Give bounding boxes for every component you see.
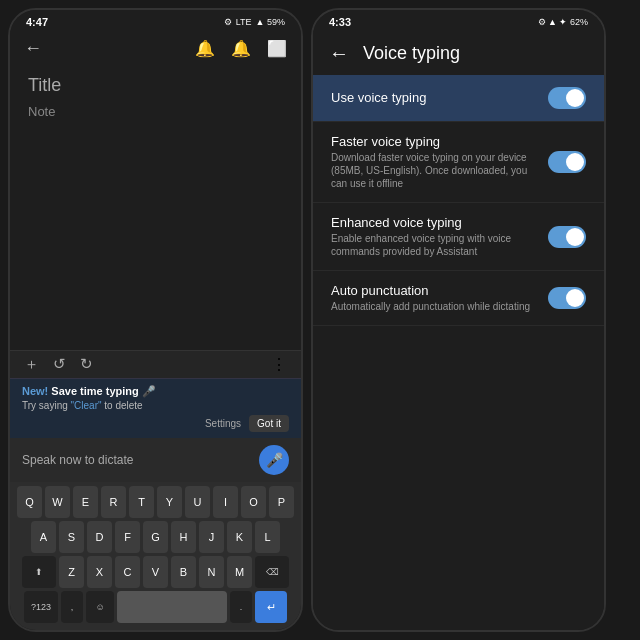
toggle-faster-voice-typing[interactable] (548, 151, 586, 173)
key-p[interactable]: P (269, 486, 294, 518)
status-bar-right: 4:33 ⚙ ▲ ✦ 62% (313, 10, 604, 32)
key-emoji[interactable]: ☺ (86, 591, 114, 623)
key-shift[interactable]: ⬆ (22, 556, 56, 588)
key-v[interactable]: V (143, 556, 168, 588)
key-period[interactable]: . (230, 591, 252, 623)
setting-row-faster: Faster voice typing Download faster voic… (331, 134, 586, 190)
toggle-use-voice-typing[interactable] (548, 87, 586, 109)
setting-row-enhanced: Enhanced voice typing Enable enhanced vo… (331, 215, 586, 258)
setting-use-voice-typing: Use voice typing (313, 75, 604, 122)
note-area[interactable]: Title Note (10, 65, 301, 350)
voice-banner-sub: Try saying "Clear" to delete (22, 400, 289, 411)
time-right: 4:33 (329, 16, 351, 28)
voice-banner: New! Save time typing 🎤 Try saying "Clea… (10, 378, 301, 438)
note-toolbar: ← 🔔 🔔 ⬜ (10, 32, 301, 65)
settings-button[interactable]: Settings (205, 418, 241, 429)
key-enter[interactable]: ↵ (255, 591, 287, 623)
key-n[interactable]: N (199, 556, 224, 588)
key-e[interactable]: E (73, 486, 98, 518)
key-space[interactable] (117, 591, 227, 623)
key-x[interactable]: X (87, 556, 112, 588)
keyboard-row-3: ⬆ Z X C V B N M ⌫ (12, 556, 299, 588)
setting-label-use: Use voice typing (331, 90, 426, 105)
toolbar-actions: 🔔 🔔 ⬜ (195, 39, 287, 58)
key-comma[interactable]: , (61, 591, 83, 623)
redo-icon[interactable]: ↻ (80, 355, 93, 374)
add-icon[interactable]: ＋ (24, 355, 39, 374)
back-button-right[interactable]: ← (329, 42, 349, 65)
edit-toolbar: ＋ ↺ ↻ ⋮ (10, 350, 301, 378)
key-f[interactable]: F (115, 521, 140, 553)
key-l[interactable]: L (255, 521, 280, 553)
key-a[interactable]: A (31, 521, 56, 553)
gotit-button[interactable]: Got it (249, 415, 289, 432)
setting-row-use: Use voice typing (331, 87, 586, 109)
back-button[interactable]: ← (24, 38, 42, 59)
mic-button[interactable]: 🎤 (259, 445, 289, 475)
keyboard-row-bottom: ?123 , ☺ . ↵ (12, 591, 299, 623)
lte-icon: ⚙ (224, 17, 232, 27)
bookmark-icon[interactable]: 🔔 (195, 39, 215, 58)
setting-enhanced-voice-typing: Enhanced voice typing Enable enhanced vo… (313, 203, 604, 271)
rest-area (313, 326, 604, 630)
toggle-enhanced-voice-typing[interactable] (548, 226, 586, 248)
undo-icon[interactable]: ↺ (53, 355, 66, 374)
setting-text-auto: Auto punctuation Automatically add punct… (331, 283, 530, 313)
right-phone: 4:33 ⚙ ▲ ✦ 62% ← Voice typing Use voice … (311, 8, 606, 632)
setting-text-faster: Faster voice typing Download faster voic… (331, 134, 541, 190)
page-header: ← Voice typing (313, 32, 604, 75)
key-q[interactable]: Q (17, 486, 42, 518)
reminder-icon[interactable]: 🔔 (231, 39, 251, 58)
dictate-bar: Speak now to dictate 🎤 (10, 438, 301, 482)
key-num[interactable]: ?123 (24, 591, 58, 623)
toggle-knob-use (566, 89, 584, 107)
save-label: Save time typing 🎤 (51, 385, 155, 397)
toggle-knob-faster (566, 153, 584, 171)
more-icon[interactable]: ⋮ (271, 355, 287, 374)
setting-desc-enhanced: Enable enhanced voice typing with voice … (331, 232, 541, 258)
setting-row-auto: Auto punctuation Automatically add punct… (331, 283, 586, 313)
edit-icons: ＋ ↺ ↻ (24, 355, 93, 374)
key-t[interactable]: T (129, 486, 154, 518)
page-title: Voice typing (363, 43, 460, 64)
wifi-icon: ⚙ ▲ ✦ 62% (538, 17, 588, 27)
toggle-auto-punctuation[interactable] (548, 287, 586, 309)
key-i[interactable]: I (213, 486, 238, 518)
key-g[interactable]: G (143, 521, 168, 553)
setting-label-auto: Auto punctuation (331, 283, 530, 298)
clear-word: "Clear" (71, 400, 102, 411)
key-r[interactable]: R (101, 486, 126, 518)
key-w[interactable]: W (45, 486, 70, 518)
keyboard-row-1: Q W E R T Y U I O P (12, 486, 299, 518)
key-c[interactable]: C (115, 556, 140, 588)
new-label: New! (22, 385, 48, 397)
status-icons-right: ⚙ ▲ ✦ 62% (538, 17, 588, 27)
key-y[interactable]: Y (157, 486, 182, 518)
key-o[interactable]: O (241, 486, 266, 518)
toggle-knob-enhanced (566, 228, 584, 246)
note-title[interactable]: Title (28, 75, 283, 96)
battery-icon: ▲ 59% (256, 17, 285, 27)
key-s[interactable]: S (59, 521, 84, 553)
key-m[interactable]: M (227, 556, 252, 588)
time-left: 4:47 (26, 16, 48, 28)
note-body[interactable]: Note (28, 104, 283, 119)
key-b[interactable]: B (171, 556, 196, 588)
key-h[interactable]: H (171, 521, 196, 553)
key-z[interactable]: Z (59, 556, 84, 588)
signal-icon: LTE (236, 17, 252, 27)
key-k[interactable]: K (227, 521, 252, 553)
key-u[interactable]: U (185, 486, 210, 518)
setting-text-enhanced: Enhanced voice typing Enable enhanced vo… (331, 215, 541, 258)
setting-label-enhanced: Enhanced voice typing (331, 215, 541, 230)
keyboard-row-2: A S D F G H J K L (12, 521, 299, 553)
key-j[interactable]: J (199, 521, 224, 553)
key-backspace[interactable]: ⌫ (255, 556, 289, 588)
keyboard: Q W E R T Y U I O P A S D F G H J K L ⬆ … (10, 482, 301, 630)
status-bar-left: 4:47 ⚙ LTE ▲ 59% (10, 10, 301, 32)
grid-icon[interactable]: ⬜ (267, 39, 287, 58)
setting-faster-voice-typing: Faster voice typing Download faster voic… (313, 122, 604, 203)
setting-auto-punctuation: Auto punctuation Automatically add punct… (313, 271, 604, 326)
setting-desc-faster: Download faster voice typing on your dev… (331, 151, 541, 190)
key-d[interactable]: D (87, 521, 112, 553)
